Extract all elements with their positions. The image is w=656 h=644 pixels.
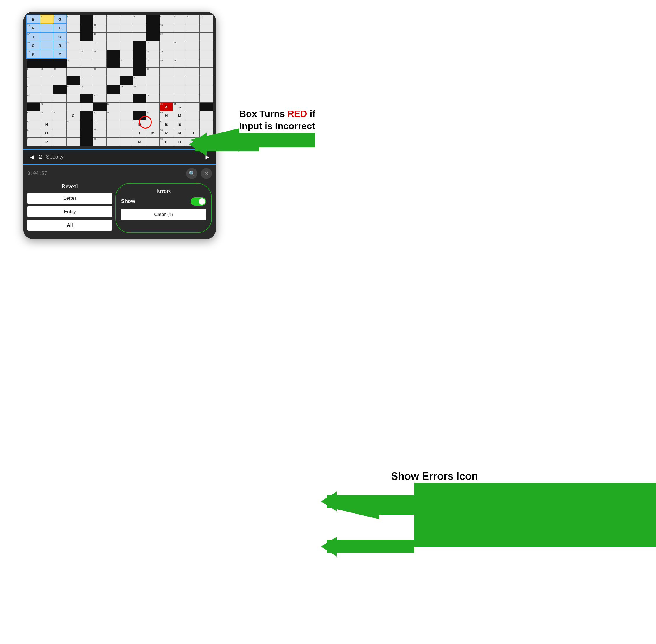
cell-10b[interactable] <box>173 24 186 32</box>
cell-39e[interactable] <box>200 67 213 76</box>
cell-69b[interactable] <box>107 129 120 137</box>
cell-53[interactable]: 53X <box>160 102 173 111</box>
cell-47e[interactable] <box>186 85 200 94</box>
cell-50b[interactable] <box>160 94 173 102</box>
cell-5[interactable]: 5 <box>93 15 107 24</box>
cell-69c[interactable] <box>120 129 133 137</box>
cell-48[interactable]: 48 <box>26 94 40 102</box>
cell-3[interactable]: 3G <box>53 15 67 24</box>
cell-11c[interactable] <box>186 32 200 41</box>
cell-69[interactable]: 69 <box>93 129 107 137</box>
cell-46[interactable]: 46 <box>120 85 133 94</box>
cell-57[interactable]: 57 <box>40 111 53 120</box>
cell-48d[interactable] <box>67 94 80 102</box>
cell-49b[interactable] <box>107 94 120 102</box>
cell-34c[interactable] <box>200 59 213 67</box>
cell-44[interactable]: 44 <box>67 85 80 94</box>
errors-clear-button[interactable]: Clear (1) <box>121 209 206 220</box>
cell-7c[interactable] <box>120 32 133 41</box>
cell-3b[interactable]: L <box>53 24 67 32</box>
cell-12d[interactable] <box>186 41 200 50</box>
cell-7e[interactable] <box>120 50 133 59</box>
cell-67d[interactable] <box>200 120 213 129</box>
cell-38[interactable]: 38 <box>93 67 107 76</box>
cell-56[interactable]: 56 <box>26 111 40 120</box>
next-clue-button[interactable]: ► <box>203 154 212 161</box>
cell-59[interactable]: 59 <box>93 111 107 120</box>
cell-47c[interactable] <box>160 85 173 94</box>
cell-47d[interactable] <box>173 85 186 94</box>
cell-66[interactable]: 66D <box>133 120 146 129</box>
cell-61[interactable]: 61 <box>146 111 160 120</box>
cell-12e[interactable] <box>200 50 213 59</box>
cell-65b[interactable] <box>107 120 120 129</box>
cell-32[interactable]: 32 <box>146 59 160 67</box>
cell-40b[interactable] <box>40 76 53 85</box>
cell-8c[interactable] <box>133 32 146 41</box>
cell-73c[interactable] <box>186 137 200 146</box>
cell-38c[interactable] <box>120 67 133 76</box>
cell-4b[interactable] <box>67 24 80 32</box>
cell-62[interactable]: 62H <box>160 111 173 120</box>
cell-71c[interactable] <box>53 137 67 146</box>
cell-70c[interactable]: D <box>186 129 200 137</box>
cell-38b[interactable] <box>107 67 120 76</box>
cell-43b[interactable] <box>40 85 53 94</box>
cell-2c[interactable] <box>40 32 53 41</box>
cell-54[interactable]: 54A <box>173 102 186 111</box>
cell-52d[interactable] <box>146 102 160 111</box>
cell-6[interactable]: 6 <box>107 15 120 24</box>
cell-69d[interactable]: I <box>133 129 146 137</box>
cell-51[interactable]: 51 <box>40 102 53 111</box>
cell-60b[interactable] <box>120 111 133 120</box>
cell-51c[interactable] <box>67 102 80 111</box>
cell-31[interactable]: 31 <box>120 59 133 67</box>
cell-10e[interactable] <box>173 50 186 59</box>
cell-45b[interactable] <box>93 85 107 94</box>
cell-11e[interactable] <box>186 50 200 59</box>
cell-66b[interactable] <box>146 120 160 129</box>
cell-63b[interactable]: H <box>40 120 53 129</box>
cell-62d[interactable] <box>200 111 213 120</box>
reveal-entry-button[interactable]: Entry <box>27 206 112 217</box>
cell-42[interactable]: 42 <box>133 76 146 85</box>
cell-2e[interactable] <box>40 50 53 59</box>
cell-10d[interactable] <box>160 41 173 50</box>
cell-50d[interactable] <box>186 94 200 102</box>
cell-49[interactable]: 49 <box>93 94 107 102</box>
cell-20[interactable]: 20C <box>26 41 40 50</box>
cell-42e[interactable] <box>186 76 200 85</box>
cell-39d[interactable] <box>186 67 200 76</box>
cell-39b[interactable] <box>160 67 173 76</box>
cell-68[interactable]: 68 <box>26 129 40 137</box>
cell-55[interactable] <box>186 102 200 111</box>
cell-1[interactable]: 1B <box>26 15 40 24</box>
cell-5e[interactable]: 26 <box>80 50 93 59</box>
cell-64[interactable]: 64 <box>67 120 80 129</box>
cell-11[interactable]: 11 <box>186 15 200 24</box>
cell-49c[interactable] <box>120 94 133 102</box>
cell-65[interactable]: 65 <box>93 120 107 129</box>
errors-toggle[interactable] <box>191 198 206 206</box>
cell-62c[interactable] <box>186 111 200 120</box>
cell-70b[interactable]: N <box>173 129 186 137</box>
cell-10c[interactable] <box>173 32 186 41</box>
cell-8[interactable]: 8 <box>133 15 146 24</box>
cell-39c[interactable] <box>173 67 186 76</box>
cell-71d[interactable] <box>67 137 80 146</box>
cell-45[interactable]: 45 <box>80 85 93 94</box>
cell-12[interactable]: 12 <box>200 15 213 24</box>
cell-17[interactable]: 17I <box>26 32 40 41</box>
cell-35[interactable]: 35 <box>26 67 40 76</box>
cell-47f[interactable] <box>200 85 213 94</box>
cell-34b[interactable] <box>186 59 200 67</box>
cell-72d[interactable]: M <box>133 137 146 146</box>
cell-9[interactable]: 9 <box>160 15 173 24</box>
cell-41c[interactable] <box>107 76 120 85</box>
cell-3e[interactable]: Y <box>53 50 67 59</box>
prev-clue-button[interactable]: ◄ <box>27 154 36 161</box>
cell-6b[interactable] <box>107 24 120 32</box>
cell-30b[interactable] <box>80 59 93 67</box>
cell-42b[interactable] <box>146 76 160 85</box>
cell-72c[interactable] <box>120 137 133 146</box>
